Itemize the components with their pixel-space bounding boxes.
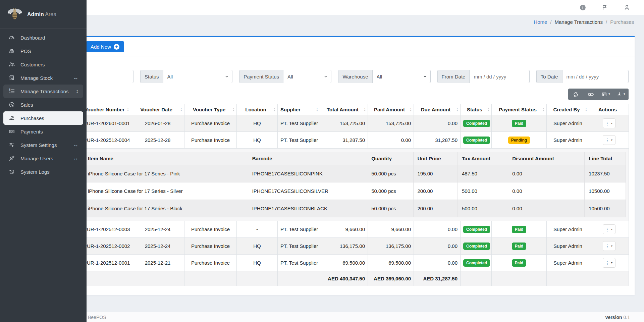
voucher-number-cell: PUR-1-202601-0001: [81, 115, 131, 132]
dashboard-icon: [8, 34, 15, 41]
from-date-input[interactable]: [470, 70, 529, 83]
sidebar-item-system-settings[interactable]: System Settings ↔: [3, 138, 83, 152]
status-badge: Completed: [463, 243, 490, 250]
card-header: Add New +: [80, 37, 635, 56]
row-actions-button[interactable]: ⋮▼: [603, 224, 615, 234]
warehouse-filter: Warehouse All: [338, 70, 430, 83]
sidebar-item-purchases[interactable]: Purchases: [3, 111, 83, 125]
payment-status-badge: Paid: [512, 120, 526, 127]
breadcrumb-section[interactable]: Manage Transactions: [555, 19, 603, 25]
col-paid-amount[interactable]: Paid Amount▲▼: [368, 104, 414, 115]
logs-icon: [8, 168, 15, 175]
status-badge: Completed: [463, 137, 490, 144]
table-row[interactable]: PUR-1-202512-0003 2025-12-24 Purchase In…: [81, 221, 629, 238]
payment-status-badge: Pending: [508, 137, 530, 144]
columns-button[interactable]: ▼: [598, 89, 613, 100]
caret-down-icon: ▼: [611, 122, 613, 124]
flag-icon[interactable]: [601, 4, 608, 11]
status-badge: Completed: [463, 259, 490, 267]
status-select[interactable]: All: [163, 70, 232, 83]
info-icon[interactable]: [579, 4, 586, 11]
col-voucher-number[interactable]: Voucher Number▲▼: [81, 104, 131, 115]
caret-down-icon: ▼: [611, 139, 613, 141]
sidebar-item-pos[interactable]: POS: [3, 44, 83, 58]
sidebar-item-system-logs[interactable]: System Logs: [3, 165, 83, 178]
payment-status-badge: Paid: [512, 259, 526, 267]
transactions-icon: $: [8, 88, 15, 95]
sort-icon: ▲▼: [456, 108, 459, 112]
export-button[interactable]: ▼: [613, 89, 629, 100]
warehouse-select[interactable]: All: [373, 70, 430, 83]
sidebar-item-payments[interactable]: Payments: [3, 125, 83, 138]
line-item-row: iPhone Silicone Case for 17 Series - Pin…: [84, 165, 626, 182]
columns-icon: [601, 92, 607, 97]
col-supplier[interactable]: Supplier▲▼: [278, 104, 320, 115]
col-payment-status[interactable]: Payment Status▲▼: [492, 104, 547, 115]
page-footer: BeePOS version 0.1: [0, 312, 644, 322]
sidebar-item-manage-stock[interactable]: Manage Stock ↔: [3, 71, 83, 85]
search-input[interactable]: [80, 70, 133, 83]
breadcrumb-home-link[interactable]: Home: [534, 19, 547, 25]
svg-text:$: $: [9, 88, 11, 91]
row-actions-button[interactable]: ⋮▼: [603, 258, 615, 268]
add-new-label: Add New: [91, 44, 111, 50]
table-row[interactable]: PUR-1-202512-0001 2025-12-21 Purchase In…: [81, 255, 629, 271]
brand-title: Admin Area: [27, 11, 56, 17]
sort-icon: ▲▼: [585, 108, 587, 112]
expand-vertical-icon: ↕: [76, 88, 78, 94]
plus-icon: +: [114, 44, 119, 50]
col-total-amount[interactable]: Total Amount▲▼: [320, 104, 368, 115]
breadcrumb-separator: /: [550, 19, 551, 25]
line-item-row: iPhone Silicone Case for 17 Series - Bla…: [84, 200, 626, 217]
toggle-view-button[interactable]: [583, 89, 598, 100]
purchases-table: Voucher Number▲▼ Voucher Date▲▼ Voucher …: [80, 104, 629, 286]
table-row[interactable]: PUR-1-202512-0004 2025-12-28 Purchase In…: [81, 132, 629, 149]
col-status[interactable]: Status▲▼: [461, 104, 492, 115]
col-voucher-date[interactable]: Voucher Date▲▼: [131, 104, 184, 115]
manage-users-icon: [8, 155, 15, 162]
sidebar: Admin Area Dashboard POS Customers: [0, 0, 87, 322]
sort-icon: ▲▼: [410, 108, 412, 112]
due-amount-sum: AED 31,287.50: [414, 271, 461, 286]
payment-status-filter: Payment Status All: [239, 70, 331, 83]
from-date-filter: From Date: [437, 70, 530, 83]
sidebar-item-customers[interactable]: Customers: [3, 58, 83, 71]
col-created-by[interactable]: Created By▲▼: [547, 104, 589, 115]
sidebar-item-manage-transactions[interactable]: $ Manage Transactions ↕: [3, 85, 83, 98]
ellipsis-icon: ⋮: [605, 121, 610, 126]
row-actions-button[interactable]: ⋮▼: [603, 118, 615, 128]
row-actions-button[interactable]: ⋮▼: [603, 135, 615, 145]
breadcrumb-current: Purchases: [610, 19, 634, 25]
purchases-card: Add New + Status All Payment Status All: [80, 36, 635, 295]
payment-status-badge: Paid: [512, 243, 526, 250]
row-actions-button[interactable]: ⋮▼: [603, 241, 615, 251]
bee-logo: [7, 7, 23, 22]
voucher-number-cell: PUR-1-202512-0002: [81, 238, 131, 255]
col-due-amount[interactable]: Due Amount▲▼: [414, 104, 461, 115]
payment-status-select[interactable]: All: [283, 70, 331, 83]
sort-icon: ▲▼: [364, 108, 366, 112]
to-date-filter: To Date: [536, 70, 629, 83]
sidebar-item-sales[interactable]: Sales: [3, 98, 83, 111]
sort-icon: ▲▼: [232, 108, 235, 112]
sidebar-nav: Dashboard POS Customers Manage Stock ↔ $: [0, 29, 87, 180]
refresh-button[interactable]: [568, 89, 583, 100]
download-icon: [616, 92, 622, 97]
sidebar-item-manage-users[interactable]: Manage Users ↔: [3, 152, 83, 165]
warehouse-filter-label: Warehouse: [338, 70, 372, 83]
sort-icon: ▲▼: [127, 108, 129, 112]
paid-amount-sum: AED 369,060.00: [368, 271, 414, 286]
caret-down-icon: ▼: [611, 262, 613, 264]
sidebar-item-dashboard[interactable]: Dashboard: [3, 31, 83, 44]
user-icon[interactable]: [623, 4, 631, 11]
to-date-input[interactable]: [562, 70, 629, 83]
table-toolbar: ▼ ▼: [80, 89, 629, 100]
col-location[interactable]: Location▲▼: [237, 104, 278, 115]
caret-down-icon: ▼: [611, 245, 613, 247]
refresh-icon: [573, 92, 579, 97]
add-new-button[interactable]: Add New +: [86, 41, 124, 52]
table-row[interactable]: PUR-1-202601-0001 2026-01-28 Purchase In…: [81, 115, 629, 132]
table-row[interactable]: PUR-1-202512-0002 2025-12-24 Purchase In…: [81, 238, 629, 255]
col-voucher-type[interactable]: Voucher Type▲▼: [184, 104, 237, 115]
line-items-header-row: Item Name Barcode Quantity Unit Price Ta…: [84, 152, 626, 165]
